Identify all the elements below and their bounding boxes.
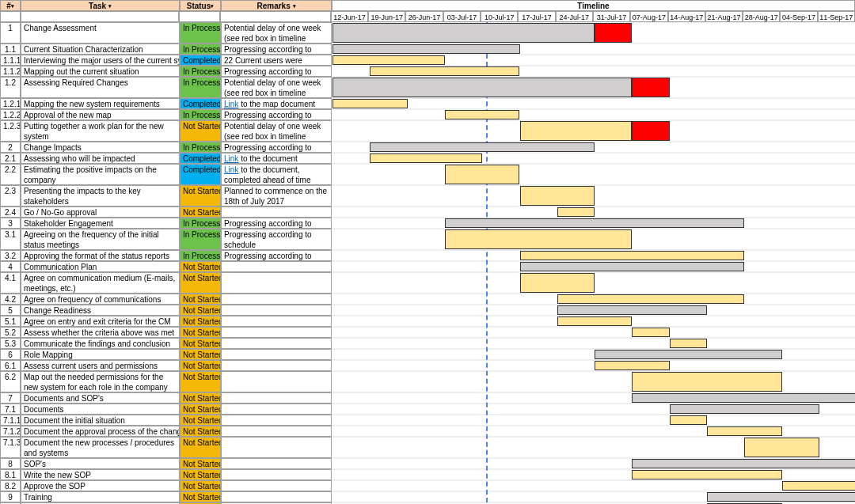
row-status[interactable]: In Process — [180, 22, 221, 44]
task-row[interactable]: 1.2.1Mapping the new system requirements… — [0, 98, 855, 109]
task-row[interactable]: 7.1.3Document the new processes / proced… — [0, 437, 855, 458]
task-row[interactable]: 8.1Write the new SOPNot Started — [0, 469, 855, 480]
row-status[interactable]: Not Started — [180, 338, 221, 349]
task-row[interactable]: 1.1.2Mapping out the current situationIn… — [0, 66, 855, 77]
task-row[interactable]: 2.4Go / No-Go approvalNot Started — [0, 207, 855, 218]
row-status[interactable]: In Process — [180, 77, 221, 98]
row-status[interactable]: Not Started — [180, 207, 221, 218]
row-status[interactable]: In Process — [180, 44, 221, 55]
filter-arrow-icon[interactable]: ▾ — [108, 3, 112, 9]
remark-link[interactable]: Link — [224, 100, 238, 108]
task-row[interactable]: 3.1Agreeing on the frequency of the init… — [0, 229, 855, 250]
task-row[interactable]: 2.1Assessing who will be impactedComplet… — [0, 153, 855, 164]
row-status[interactable]: Not Started — [180, 491, 221, 502]
row-status[interactable]: Completed — [180, 55, 221, 66]
task-row[interactable]: 6Role MappingNot Started — [0, 349, 855, 360]
task-row[interactable]: 8SOP'sNot Started — [0, 458, 855, 469]
task-row[interactable]: 4Communication PlanNot Started — [0, 261, 855, 272]
task-row[interactable]: 8.2Approve the SOPNot Started — [0, 480, 855, 491]
task-row[interactable]: 7.1DocumentsNot Started — [0, 404, 855, 415]
row-status[interactable]: Not Started — [180, 360, 221, 371]
task-row[interactable]: 7.1.2Document the approval process of th… — [0, 426, 855, 437]
task-row[interactable]: 9TrainingNot Started — [0, 491, 855, 502]
row-status[interactable]: Not Started — [180, 185, 221, 207]
row-status[interactable]: Not Started — [180, 469, 221, 480]
task-row[interactable]: 5Change ReadinessNot Started — [0, 305, 855, 316]
task-row[interactable]: 5.3Communicate the findings and conclusi… — [0, 338, 855, 349]
row-status[interactable]: In Process — [180, 250, 221, 261]
task-row[interactable]: 4.2Agree on frequency of communicationsN… — [0, 294, 855, 305]
task-row[interactable]: 2.2Estimating the positive impacts on th… — [0, 164, 855, 185]
row-task: Assessing who will be impacted — [21, 153, 180, 164]
row-status[interactable]: In Process — [180, 218, 221, 229]
task-row[interactable]: 7.1.1Document the initial situationNot S… — [0, 415, 855, 426]
row-id: 5 — [0, 305, 21, 316]
row-status[interactable]: In Process — [180, 66, 221, 77]
task-row[interactable]: 2Change ImpactsIn ProcessProgressing acc… — [0, 142, 855, 153]
row-remarks: Potential delay of one week (see red box… — [221, 77, 332, 98]
row-task: Putting together a work plan for the new… — [21, 120, 180, 142]
row-timeline — [332, 272, 855, 294]
task-row[interactable]: 6.2Map out the needed permissions for th… — [0, 371, 855, 392]
task-row[interactable]: 1.1Current Situation CharacterizationIn … — [0, 44, 855, 55]
row-status[interactable]: Not Started — [180, 316, 221, 327]
header-status[interactable]: Status▾ — [180, 0, 221, 11]
row-remarks: Link to the map document — [221, 98, 332, 109]
remark-link[interactable]: Link — [224, 154, 238, 163]
row-status[interactable]: Not Started — [180, 272, 221, 294]
task-row[interactable]: 1.2.2Approval of the new mapIn ProcessPr… — [0, 109, 855, 120]
row-status[interactable]: Not Started — [180, 404, 221, 415]
row-task: Stakeholder Engagement — [21, 218, 180, 229]
row-status[interactable]: Completed — [180, 164, 221, 185]
remark-link[interactable]: Link — [224, 165, 238, 174]
task-row[interactable]: 3Stakeholder EngagementIn ProcessProgres… — [0, 218, 855, 229]
filter-arrow-icon[interactable]: ▾ — [11, 3, 14, 9]
row-status[interactable]: Not Started — [180, 294, 221, 305]
row-status[interactable]: Not Started — [180, 120, 221, 142]
header-task[interactable]: Task ▾ — [21, 0, 180, 11]
task-row[interactable]: 1.1.1Interviewing the major users of the… — [0, 55, 855, 66]
row-status[interactable]: In Process — [180, 229, 221, 250]
row-id: 1.2.1 — [0, 98, 21, 109]
task-row[interactable]: 2.3Presenting the impacts to the key sta… — [0, 185, 855, 207]
row-id: 4.2 — [0, 294, 21, 305]
row-task: SOP's — [21, 458, 180, 469]
row-timeline — [332, 316, 855, 327]
row-remarks — [221, 272, 332, 294]
task-row[interactable]: 1Change AssessmentIn ProcessPotential de… — [0, 22, 855, 44]
header-remarks[interactable]: Remarks ▾ — [221, 0, 332, 11]
task-row[interactable]: 5.2Assess whether the criteria above was… — [0, 327, 855, 338]
row-status[interactable]: Not Started — [180, 480, 221, 491]
row-status[interactable]: Not Started — [180, 261, 221, 272]
task-row[interactable]: 1.2Assessing Required ChangesIn ProcessP… — [0, 77, 855, 98]
row-remarks: Potential delay of one week (see red box… — [221, 120, 332, 142]
row-status[interactable]: In Process — [180, 109, 221, 120]
row-status[interactable]: Not Started — [180, 349, 221, 360]
task-row[interactable]: 3.2Approving the format of the status re… — [0, 250, 855, 261]
task-row[interactable]: 4.1Agree on communication medium (E-mail… — [0, 272, 855, 294]
row-status[interactable]: Completed — [180, 153, 221, 164]
row-status[interactable]: In Process — [180, 142, 221, 153]
row-timeline — [332, 480, 855, 491]
row-status[interactable]: Not Started — [180, 458, 221, 469]
task-row[interactable]: 6.1Assess current users and permissionsN… — [0, 360, 855, 371]
row-status[interactable]: Not Started — [180, 426, 221, 437]
row-id: 6 — [0, 349, 21, 360]
row-status[interactable]: Not Started — [180, 327, 221, 338]
row-status[interactable]: Not Started — [180, 415, 221, 426]
filter-arrow-icon[interactable]: ▾ — [293, 3, 296, 9]
task-row[interactable]: 1.2.3Putting together a work plan for th… — [0, 120, 855, 142]
row-id: 1 — [0, 22, 21, 44]
task-row[interactable]: 7Documents and SOP'sNot Started — [0, 392, 855, 404]
row-status[interactable]: Not Started — [180, 371, 221, 392]
row-status[interactable]: Not Started — [180, 305, 221, 316]
row-timeline — [332, 44, 855, 55]
row-remarks: Progressing according to schedule — [221, 44, 332, 55]
row-status[interactable]: Not Started — [180, 392, 221, 404]
row-status[interactable]: Not Started — [180, 437, 221, 458]
header-num[interactable]: #▾ — [0, 0, 21, 11]
filter-arrow-icon[interactable]: ▾ — [211, 3, 214, 9]
row-status[interactable]: Completed — [180, 98, 221, 109]
task-row[interactable]: 5.1Agree on entry and exit criteria for … — [0, 316, 855, 327]
row-id: 5.1 — [0, 316, 21, 327]
